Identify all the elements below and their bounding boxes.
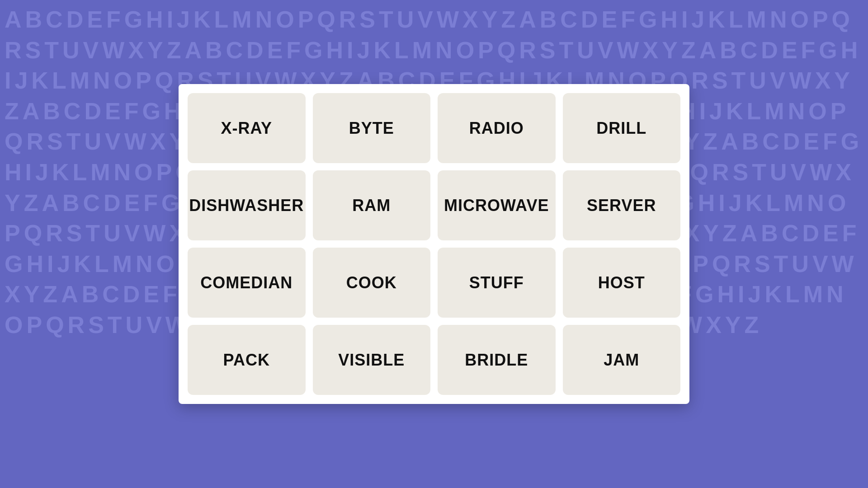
word-label: RAM: [352, 196, 391, 215]
word-label: BRIDLE: [465, 351, 528, 370]
word-label: RADIO: [469, 119, 524, 138]
word-card-bridle[interactable]: BRIDLE: [438, 325, 556, 395]
word-card-comedian[interactable]: COMEDIAN: [188, 248, 306, 318]
word-label: BYTE: [349, 119, 394, 138]
word-label: DISHWASHER: [189, 196, 304, 215]
word-label: COOK: [346, 273, 397, 292]
word-card-visible[interactable]: VISIBLE: [313, 325, 431, 395]
word-card-ram[interactable]: RAM: [313, 170, 431, 240]
word-label: MICROWAVE: [444, 196, 549, 215]
word-label: DRILL: [596, 119, 646, 138]
word-label: JAM: [604, 351, 639, 370]
word-card-drill[interactable]: DRILL: [563, 93, 681, 163]
word-label: HOST: [598, 273, 645, 292]
word-label: PACK: [223, 351, 270, 370]
word-label: VISIBLE: [338, 351, 405, 370]
word-grid: X-RAYBYTERADIODRILLDISHWASHERRAMMICROWAV…: [188, 93, 680, 395]
word-card-pack[interactable]: PACK: [188, 325, 306, 395]
word-label: X-RAY: [221, 119, 272, 138]
word-label: SERVER: [587, 196, 656, 215]
word-label: STUFF: [469, 273, 524, 292]
word-card-radio[interactable]: RADIO: [438, 93, 556, 163]
word-label: COMEDIAN: [200, 273, 292, 292]
word-card-cook[interactable]: COOK: [313, 248, 431, 318]
word-card-jam[interactable]: JAM: [563, 325, 681, 395]
word-card-stuff[interactable]: STUFF: [438, 248, 556, 318]
word-card-server[interactable]: SERVER: [563, 170, 681, 240]
word-card-x-ray[interactable]: X-RAY: [188, 93, 306, 163]
word-card-byte[interactable]: BYTE: [313, 93, 431, 163]
word-card-microwave[interactable]: MICROWAVE: [438, 170, 556, 240]
word-card-dishwasher[interactable]: DISHWASHER: [188, 170, 306, 240]
word-card-host[interactable]: HOST: [563, 248, 681, 318]
word-grid-container: X-RAYBYTERADIODRILLDISHWASHERRAMMICROWAV…: [179, 84, 689, 404]
